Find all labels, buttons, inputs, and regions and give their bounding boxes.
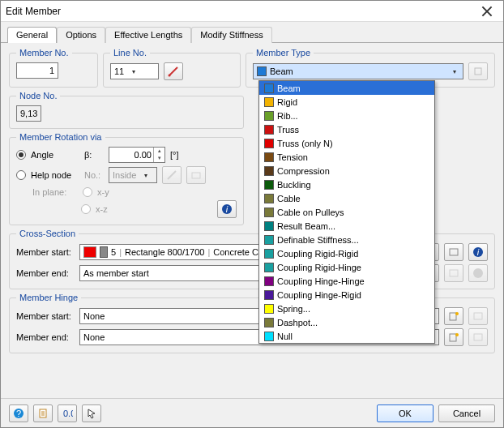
color-swatch-icon [264, 83, 274, 93]
cs-color-swatch [83, 246, 96, 258]
member-type-option[interactable]: Buckling [259, 178, 434, 191]
angle-spinner[interactable]: 0.00 ▴▾ [109, 147, 165, 163]
xy-radio [83, 187, 92, 197]
helpnode-combo: Inside ▾ [109, 167, 157, 183]
member-type-option[interactable]: Truss [259, 122, 434, 136]
color-swatch-icon [264, 166, 274, 176]
member-type-option[interactable]: Compression [259, 164, 434, 178]
option-label: Dashpot... [277, 318, 318, 327]
member-type-option[interactable]: Rib... [259, 109, 434, 122]
chevron-down-icon: ▾ [127, 65, 140, 78]
close-button[interactable] [476, 3, 498, 19]
member-type-option[interactable]: Coupling Rigid-Hinge [259, 260, 434, 274]
option-label: Coupling Hinge-Rigid [277, 290, 361, 300]
units-button[interactable]: 0.00 [58, 404, 77, 422]
line-no-combo[interactable]: 11 ▾ [110, 63, 159, 79]
document-icon [37, 408, 49, 419]
option-label: Tension [277, 152, 308, 162]
pick-node-button [162, 166, 182, 184]
member-type-option[interactable]: Cable on Pulleys [259, 205, 434, 219]
svg-text:?: ? [16, 409, 21, 418]
info-icon [472, 268, 484, 279]
report-button[interactable] [33, 404, 53, 422]
color-swatch-icon [264, 97, 274, 107]
member-type-option[interactable]: Truss (only N) [259, 136, 434, 150]
color-swatch-icon [264, 194, 274, 203]
member-type-edit-button[interactable] [468, 62, 488, 80]
tab-effective-lengths[interactable]: Effective Lengths [105, 27, 191, 43]
member-type-option[interactable]: Null [259, 329, 434, 343]
ok-button[interactable]: OK [377, 404, 434, 422]
rotation-info-button[interactable]: i [217, 200, 237, 218]
option-label: Beam [277, 83, 301, 93]
color-swatch-icon [264, 152, 274, 162]
edit-icon [472, 310, 484, 322]
option-label: Rib... [277, 111, 298, 121]
angle-radio[interactable] [16, 150, 26, 160]
hinge-start-edit-button [468, 307, 488, 325]
member-type-option[interactable]: Definable Stiffness... [259, 233, 434, 246]
edit-member-dialog: Edit Member General Options Effective Le… [0, 0, 504, 428]
tab-general[interactable]: General [7, 27, 57, 43]
member-type-combo[interactable]: Beam ▾ [253, 63, 463, 79]
option-label: Cable [277, 194, 301, 203]
tab-body: Member No. 1 Line No. 11 ▾ Member Type [1, 43, 503, 398]
angle-unit: [°] [170, 150, 179, 160]
member-no-input[interactable]: 1 [16, 62, 58, 79]
cs-start-info-button[interactable]: i [468, 243, 488, 261]
help-icon: ? [13, 408, 24, 419]
cancel-button[interactable]: Cancel [438, 404, 495, 422]
color-swatch-icon [264, 221, 274, 231]
cs-start-edit-button[interactable] [444, 243, 463, 261]
member-type-legend: Member Type [253, 48, 314, 58]
option-label: Truss (only N) [277, 139, 333, 148]
edit-icon [448, 268, 459, 279]
option-label: Result Beam... [277, 221, 335, 231]
color-swatch-icon [264, 290, 274, 300]
member-type-option[interactable]: Cable [259, 191, 434, 205]
member-type-option[interactable]: Coupling Hinge-Rigid [259, 288, 434, 302]
color-swatch-icon [264, 139, 274, 148]
titlebar: Edit Member [1, 1, 503, 22]
hinge-end-edit-button [468, 328, 488, 346]
member-no-group: Member No. 1 [9, 48, 98, 88]
node-no-legend: Node No. [16, 91, 60, 101]
helpnode-radio[interactable] [16, 170, 26, 180]
svg-rect-1 [475, 68, 481, 75]
spin-up-icon[interactable]: ▴ [153, 148, 164, 155]
option-label: Coupling Rigid-Hinge [277, 263, 361, 272]
member-type-option[interactable]: Beam [259, 81, 434, 95]
no-label: No.: [84, 170, 104, 180]
member-type-option[interactable]: Tension [259, 150, 434, 164]
hinge-end-label: Member end: [16, 332, 75, 342]
help-button[interactable]: ? [9, 404, 28, 422]
node-no-input: 9,13 [16, 105, 41, 122]
info-icon: i [472, 246, 484, 258]
svg-rect-14 [450, 270, 458, 276]
cs-end-info-button [468, 264, 488, 282]
color-swatch-icon [264, 208, 274, 217]
cs-start-label: Member start: [16, 247, 75, 257]
hinge-start-new-button[interactable] [444, 307, 463, 325]
pick-button[interactable] [82, 404, 101, 422]
inplane-label: In plane: [32, 187, 78, 197]
tab-options[interactable]: Options [57, 27, 105, 43]
member-type-dropdown[interactable]: BeamRigidRib...TrussTruss (only N)Tensio… [258, 80, 435, 344]
member-type-option[interactable]: Coupling Hinge-Hinge [259, 274, 434, 288]
member-type-option[interactable]: Coupling Rigid-Rigid [259, 246, 434, 260]
tab-modify-stiffness[interactable]: Modify Stiffness [191, 27, 271, 43]
member-type-option[interactable]: Rigid [259, 95, 434, 109]
hinge-end-new-button[interactable] [444, 328, 463, 346]
bottom-bar: ? 0.00 OK Cancel [1, 398, 503, 427]
member-type-option[interactable]: Result Beam... [259, 219, 434, 233]
cs-end-label: Member end: [16, 268, 75, 278]
spin-down-icon[interactable]: ▾ [153, 155, 164, 162]
svg-text:0.00: 0.00 [63, 409, 73, 418]
color-swatch-icon [264, 180, 274, 190]
member-type-option[interactable]: Spring... [259, 302, 434, 315]
member-type-option[interactable]: Dashpot... [259, 315, 434, 329]
color-swatch-icon [264, 318, 274, 327]
svg-rect-16 [450, 313, 456, 320]
pick-line-button[interactable] [164, 62, 183, 80]
cs-end-edit-button [444, 264, 463, 282]
